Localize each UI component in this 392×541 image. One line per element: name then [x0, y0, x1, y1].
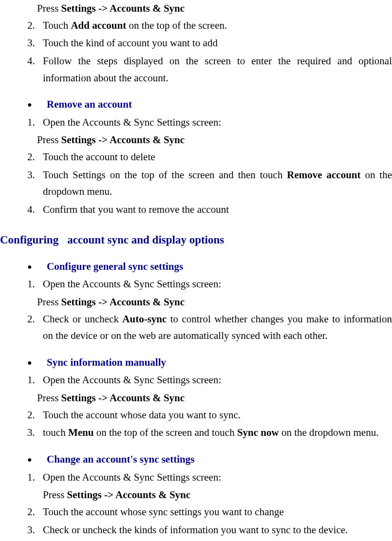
list-number: 2.	[27, 311, 43, 344]
list-text: Open the Accounts & Sync Settings screen…	[43, 372, 392, 389]
list-number: 2.	[27, 407, 43, 424]
list-number: 1.	[27, 114, 43, 131]
list-number: 3.	[27, 522, 43, 539]
list-number: 1.	[27, 469, 43, 486]
list-item: 3.Check or uncheck the kinds of informat…	[27, 522, 392, 539]
bullet-change-settings: ● Change an account's sync settings	[27, 451, 392, 468]
heading-part-2: account sync and display options	[67, 234, 224, 246]
bold-term: Sync now	[237, 427, 279, 438]
list-text: Touch the account whose data you want to…	[43, 407, 392, 424]
bullet-icon: ●	[27, 98, 47, 111]
list-number: 2.	[27, 504, 43, 521]
bold-term: Auto-sync	[122, 313, 167, 325]
bullet-icon: ●	[27, 453, 47, 466]
bullet-icon: ●	[27, 261, 47, 273]
list-item: 2.Touch the account whose data you want …	[27, 407, 392, 424]
press-line: Press Settings -> Accounts & Sync	[27, 390, 392, 407]
bold-term: Add account	[71, 19, 126, 31]
press-path: Settings -> Accounts & Sync	[67, 489, 190, 501]
list-item: 2.Check or uncheck Auto-sync to control …	[27, 311, 392, 344]
change-settings-list: 1.Open the Accounts & Sync Settings scre…	[27, 469, 392, 539]
press-line: Press Settings -> Accounts & Sync	[27, 0, 392, 17]
bullet-general-sync: ● Configure general sync settings	[27, 258, 392, 275]
press-prefix: Press	[37, 134, 61, 146]
list-text: Open the Accounts & Sync Settings screen…	[43, 469, 392, 486]
press-path: Settings -> Accounts & Sync	[61, 134, 185, 146]
list-number: 3.	[27, 167, 43, 200]
list-text: Open the Accounts & Sync Settings screen…	[43, 276, 392, 293]
list-text: Open the Accounts & Sync Settings screen…	[43, 114, 392, 131]
list-item: 1.Open the Accounts & Sync Settings scre…	[27, 372, 392, 389]
list-number: 3.	[27, 424, 43, 441]
list-text: Touch Settings on the top of the screen …	[43, 167, 392, 200]
bold-term: Remove account	[287, 169, 360, 181]
list-number: 1.	[27, 276, 43, 293]
list-number: 4.	[27, 53, 43, 86]
bullet-icon: ●	[27, 356, 47, 369]
bullet-title: Sync information manually	[47, 354, 166, 371]
list-item: 3.Touch Settings on the top of the scree…	[27, 167, 392, 200]
sync-manually-list: 1.Open the Accounts & Sync Settings scre…	[27, 372, 392, 441]
page-content: Press Settings -> Accounts & Sync 2.Touc…	[0, 0, 392, 541]
bullet-remove-account: ● Remove an account	[27, 96, 392, 113]
list-text: Touch the kind of account you want to ad…	[43, 35, 392, 52]
heading-part-1: Configuring	[0, 234, 58, 246]
bullet-title: Remove an account	[47, 96, 132, 113]
bullet-title: Change an account's sync settings	[47, 451, 194, 468]
bold-term: Menu	[68, 427, 94, 438]
list-number: 2.	[27, 17, 43, 34]
list-number: 3.	[27, 35, 43, 52]
list-item: 2.Touch the account to delete	[27, 149, 392, 166]
list-item: 1.Open the Accounts & Sync Settings scre…	[27, 276, 392, 293]
list-text: Confirm that you want to remove the acco…	[43, 201, 392, 218]
list-item: 2.Touch the account whose sync settings …	[27, 504, 392, 521]
press-path: Settings -> Accounts & Sync	[61, 296, 185, 308]
press-line: Press Settings -> Accounts & Sync	[27, 131, 392, 149]
remove-account-list: 1.Open the Accounts & Sync Settings scre…	[27, 114, 392, 218]
list-number: 4.	[27, 201, 43, 218]
list-item: 4.Follow the steps displayed on the scre…	[27, 53, 392, 86]
press-line: Press Settings -> Accounts & Sync	[27, 486, 392, 504]
press-prefix: Press	[37, 296, 61, 308]
list-text: Check or uncheck Auto-sync to control wh…	[43, 311, 392, 344]
section-heading: Configuringaccount sync and display opti…	[0, 231, 392, 249]
list-text: Follow the steps displayed on the screen…	[43, 53, 392, 86]
press-prefix: Press	[37, 2, 61, 14]
list-item: 1.Open the Accounts & Sync Settings scre…	[27, 469, 392, 486]
list-text: touch Menu on the top of the screen and …	[43, 424, 392, 441]
bullet-title: Configure general sync settings	[47, 258, 183, 275]
list-text: Touch the account whose sync settings yo…	[43, 504, 392, 521]
press-prefix: Press	[43, 489, 67, 501]
press-line: Press Settings -> Accounts & Sync	[27, 294, 392, 311]
list-number: 1.	[27, 372, 43, 389]
list-text: Check or uncheck the kinds of informatio…	[43, 522, 392, 539]
list-item: 1.Open the Accounts & Sync Settings scre…	[27, 114, 392, 131]
list-item: 4.Confirm that you want to remove the ac…	[27, 201, 392, 218]
list-text: Touch Add account on the top of the scre…	[43, 17, 392, 34]
list-item: 3.Touch the kind of account you want to …	[27, 35, 392, 52]
press-prefix: Press	[37, 392, 61, 404]
list-number: 2.	[27, 149, 43, 166]
list-item: 3.touch Menu on the top of the screen an…	[27, 424, 392, 441]
general-sync-list: 1.Open the Accounts & Sync Settings scre…	[27, 276, 392, 344]
add-account-list: 2.Touch Add account on the top of the sc…	[27, 17, 392, 87]
list-item: 2.Touch Add account on the top of the sc…	[27, 17, 392, 34]
press-path: Settings -> Accounts & Sync	[61, 2, 185, 14]
press-path: Settings -> Accounts & Sync	[61, 392, 185, 404]
list-text: Touch the account to delete	[43, 149, 392, 166]
bullet-sync-manually: ● Sync information manually	[27, 354, 392, 371]
